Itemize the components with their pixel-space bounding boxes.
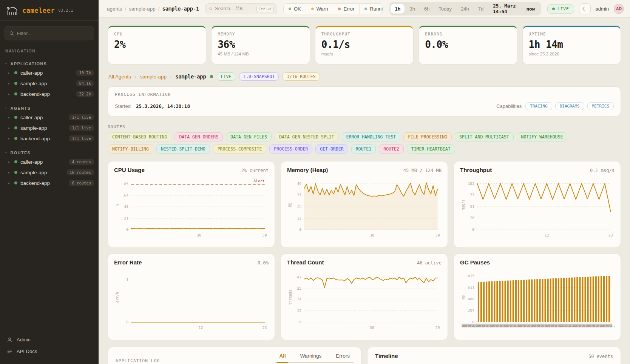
agent-current: sample-app [175,74,206,80]
breadcrumb-current: sample-app-1 [162,6,199,12]
route-badge-notify-billing[interactable]: NOTIFY-BILLING [108,144,153,154]
time-range-7d[interactable]: 7d [474,4,488,14]
sidebar-item-badge: 6 routes [69,180,94,186]
chart-current-value: 0.0% [258,260,269,266]
route-badge-process-composite[interactable]: PROCESS-COMPOSITE [213,144,267,154]
status-filter-ok[interactable]: OK [284,4,306,14]
breadcrumb-separator: / [125,6,127,12]
chart-plot: 0204408611815ms2026-03-25 2026-03-25 202… [460,267,615,332]
route-badge-data-gen-orders[interactable]: DATA-GEN-ORDERS [174,132,223,141]
capabilities-badges: TRACINGDIAGRAMSMETRICS [525,102,614,110]
sidebar-footer-admin[interactable]: Admin [0,334,99,346]
route-badge-file-processing[interactable]: FILE-PROCESSING [403,132,452,141]
route-badge-process-order[interactable]: PROCESS-ORDER [269,144,312,154]
stat-subtext: msg/s [321,52,407,56]
global-search[interactable]: Ctrl+K [205,3,277,14]
route-badge-content-based-routing[interactable]: CONTENT-BASED-ROUTING [108,132,171,141]
route-badge-timer-heartbeat[interactable]: TIMER-HEARTBEAT [407,144,455,154]
breadcrumb-link[interactable]: sample-app [129,6,156,12]
sidebar-item-label: caller-app [20,159,43,165]
time-range-today[interactable]: Today [434,4,456,14]
agent-breadcrumb-link[interactable]: All Agents [108,74,131,80]
sidebar-item-sample-app[interactable]: ▸sample-app84.1k [0,78,99,89]
sidebar-item-label: sample-app [20,81,47,86]
breadcrumb-separator: › [170,75,171,79]
route-badge-split-and-multicast[interactable]: SPLIT-AND-MULTICAST [455,132,514,141]
stat-card-errors: ERRORS0.0% [418,26,517,65]
sidebar-section-label: APPLICATIONS [11,61,47,66]
stat-label: THROUGHPUT [321,32,407,36]
sidebar-section-header[interactable]: ▾ROUTES [0,149,99,157]
agent-badge-3-16-routes: 3/16 ROUTES [283,72,320,81]
time-range-3h[interactable]: 3h [405,4,419,14]
svg-text:64: 64 [124,193,128,197]
sidebar-item-caller-app[interactable]: ▸caller-app4 routes [0,157,99,167]
expand-caret-icon: ▸ [8,116,11,119]
breadcrumb-link[interactable]: agents [107,6,122,12]
time-range-6h[interactable]: 6h [420,4,434,14]
stat-label: CPU [114,32,200,36]
svg-text:23: 23 [608,233,613,237]
svg-text:815: 815 [468,274,475,278]
time-range-1h[interactable]: 1h [391,4,405,14]
timeline-title: Timeline [375,353,398,359]
sidebar-item-backend-app[interactable]: ▸backend-app6 routes [0,178,99,188]
global-search-input[interactable] [215,6,253,11]
sidebar-item-sample-app[interactable]: ▸sample-app1/1 live [0,123,99,133]
sidebar-item-backend-app[interactable]: ▸backend-app1/1 live [0,133,99,144]
section-caret-icon: ▾ [5,151,7,154]
sidebar-item-caller-app[interactable]: ▸caller-app1/1 live [0,112,99,123]
chart-card-memory-heap-: Memory (Heap)45 MB / 124 MB012253749MB30… [281,161,448,248]
agent-breadcrumb-link[interactable]: sample-app [140,74,167,80]
sidebar-item-badge: 1/1 live [69,135,94,141]
svg-text:12: 12 [545,233,549,237]
status-filter-error[interactable]: Error [333,4,359,14]
chart-plot: 01err/h1223 [114,267,269,332]
route-badge-data-gen-nested-split[interactable]: DATA-GEN-NESTED-SPLIT [275,132,338,141]
chart-current-value: 0.1 msg/s [590,168,615,173]
chart-title: CPU Usage [114,167,145,173]
svg-text:12: 12 [297,309,301,313]
status-dot-icon [338,8,341,10]
sidebar-item-sample-app[interactable]: ▸sample-app16 routes [0,167,99,178]
status-dot-icon [311,8,314,10]
log-tab-errors[interactable]: Errors [334,353,352,363]
stat-value: 2% [114,39,200,50]
sidebar-filter[interactable] [5,26,94,40]
chart-header: Throughput0.1 msg/s [460,167,615,173]
route-badge-notify-warehouse[interactable]: NOTIFY-WAREHOUSE [517,132,568,141]
theme-toggle-button[interactable]: ☾ [579,3,591,14]
stat-value: 36% [218,39,303,50]
sidebar-section-header[interactable]: ▾APPLICATIONS [0,60,99,68]
search-icon [9,31,14,36]
chart-title: GC Pauses [460,259,490,266]
route-badge-get-order[interactable]: GET-ORDER [315,144,348,154]
status-filter-warn[interactable]: Warn [306,4,333,14]
route-badge-route2[interactable]: ROUTE2 [379,144,404,154]
sidebar-item-caller-app[interactable]: ▸caller-app10.7k [0,68,99,78]
svg-text:0: 0 [472,227,474,232]
log-tab-all[interactable]: All [277,353,288,363]
route-badge-data-gen-files[interactable]: DATA-GEN-FILES [226,132,272,141]
chart-title: Throughput [460,167,492,173]
log-tab-warnings[interactable]: Warnings [298,353,324,363]
status-dot-icon [14,92,17,95]
time-range-group: 1h3h6hToday24h7d25. März 14:54–now [389,2,541,15]
sidebar-item-backend-app[interactable]: ▸backend-app32.2k [0,89,99,99]
chart-plot: 0265177102msg/s1223 [460,175,615,240]
status-filter-running[interactable]: Running [359,4,383,14]
sidebar-footer-api-docs[interactable]: API Docs [0,346,99,357]
route-badge-nested-split-demo[interactable]: NESTED-SPLIT-DEMO [156,144,210,154]
svg-text:43: 43 [124,204,128,209]
sidebar-section-header[interactable]: ▾AGENTS [0,104,99,112]
time-range-24h[interactable]: 24h [457,4,473,14]
filter-input[interactable] [17,31,89,36]
date-range[interactable]: 25. März 14:54–now [488,3,540,14]
chart-header: Error Rate0.0% [114,259,269,266]
route-badge-route1[interactable]: ROUTE1 [351,144,376,154]
route-badge-error-handling-test[interactable]: ERROR-HANDLING-TEST [342,132,401,141]
avatar[interactable]: AD [614,4,624,14]
chart-card-error-rate: Error Rate0.0%01err/h1223 [108,253,275,340]
sidebar: cameleer v3.2.1 NAVIGATION ▾APPLICATIONS… [0,0,99,364]
svg-text:0: 0 [299,320,301,324]
